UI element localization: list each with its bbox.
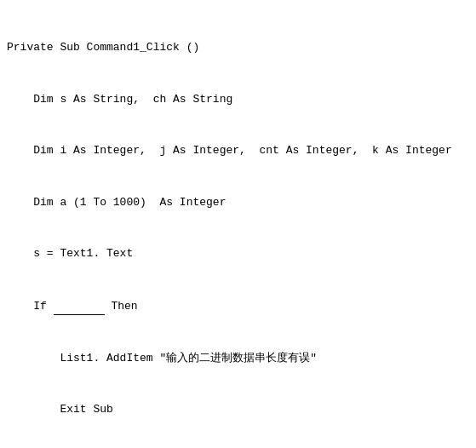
line-3: Dim i As Integer, j As Integer, cnt As I… <box>7 142 469 159</box>
line-5: s = Text1. Text <box>7 245 469 262</box>
blank-1 <box>54 296 105 314</box>
line-1: Private Sub Command1_Click () <box>7 39 469 56</box>
line-2: Dim s As String, ch As String <box>7 91 469 108</box>
line-7: List1. AddItem "输入的二进制数据串长度有误" <box>7 350 469 367</box>
line-6: If Then <box>7 296 469 315</box>
line-8: Exit Sub <box>7 401 469 418</box>
code-block: Private Sub Command1_Click () Dim s As S… <box>0 0 476 448</box>
line-4: Dim a (1 To 1000) As Integer <box>7 194 469 211</box>
